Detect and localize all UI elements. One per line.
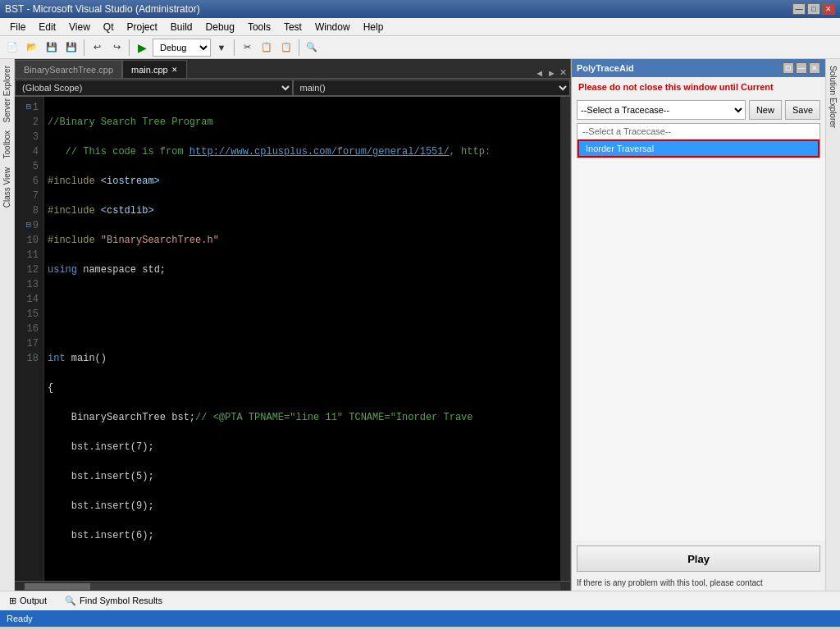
code-content[interactable]: //Binary Search Tree Program // This cod… — [44, 97, 560, 581]
bottom-area: ⊞ Output 🔍 Find Symbol Results — [0, 591, 840, 610]
poly-status: If there is any problem with this tool, … — [572, 577, 825, 591]
toolbar-undo-btn[interactable]: ↩ — [88, 39, 106, 57]
sidebar-solution-explorer[interactable]: Solution Explorer — [827, 62, 839, 131]
editor-area: BinarySearchTree.cpp main.cpp ✕ ◄ ► ✕ (G… — [15, 59, 571, 591]
toolbar-find-btn[interactable]: 🔍 — [303, 39, 321, 57]
output-label: Output — [20, 596, 47, 605]
minimize-button[interactable]: — — [792, 3, 806, 15]
toolbar-open-btn[interactable]: 📂 — [23, 39, 41, 57]
toolbar-sep3 — [234, 39, 235, 56]
sidebar-server-explorer[interactable]: Server Explorer — [1, 62, 13, 126]
status-bar: Ready — [0, 610, 840, 627]
tab-controls: ◄ ► ✕ — [535, 67, 570, 78]
tab-scroll-left[interactable]: ◄ — [535, 68, 544, 78]
tab-main-label: main.cpp — [131, 65, 168, 75]
poly-panel-header: PolyTraceAid ⊡ — ✕ — [572, 59, 825, 77]
close-button[interactable]: ✕ — [822, 3, 835, 15]
scope-bar: (Global Scope) main() — [15, 79, 570, 97]
output-icon: ⊞ — [9, 596, 16, 606]
h-scroll-thumb[interactable] — [25, 583, 90, 590]
menu-tools[interactable]: Tools — [241, 20, 277, 34]
toolbar-run-btn[interactable]: ▶ — [133, 39, 151, 57]
h-scroll-track — [25, 583, 560, 590]
toolbar-dropdown-btn[interactable]: ▼ — [212, 39, 231, 57]
maximize-button[interactable]: □ — [807, 3, 820, 15]
status-text: Ready — [7, 614, 33, 623]
tab-main-close[interactable]: ✕ — [171, 66, 178, 74]
tab-main-cpp[interactable]: main.cpp ✕ — [122, 60, 187, 78]
menu-file[interactable]: File — [3, 20, 32, 34]
menu-project[interactable]: Project — [121, 20, 164, 34]
toolbar-sep2 — [129, 39, 130, 56]
main-layout: Server Explorer Toolbox Class View Binar… — [0, 59, 840, 591]
toolbar-redo-btn[interactable]: ↪ — [107, 39, 126, 57]
poly-close-button[interactable]: ✕ — [809, 62, 820, 74]
toolbar-new-btn[interactable]: 📄 — [3, 39, 21, 57]
poly-content-area — [572, 158, 825, 541]
poly-notice: Please do not close this window until Cu… — [572, 77, 825, 97]
toolbar-cut-btn[interactable]: ✂ — [238, 39, 256, 57]
tab-scroll-right[interactable]: ► — [547, 68, 556, 78]
line-numbers: ⊟ 1 2 3 4 5 6 7 8 ⊟ 9 10 11 12 13 14 15 … — [15, 97, 44, 581]
find-symbol-label: Find Symbol Results — [80, 596, 162, 605]
dropdown-header: --Select a Tracecase-- — [578, 124, 819, 139]
new-tracecase-button[interactable]: New — [749, 100, 782, 120]
code-editor: ⊟ 1 2 3 4 5 6 7 8 ⊟ 9 10 11 12 13 14 15 … — [15, 97, 570, 581]
menu-view[interactable]: View — [62, 20, 97, 34]
find-symbol-tab[interactable]: 🔍 Find Symbol Results — [56, 591, 171, 609]
menu-test[interactable]: Test — [277, 20, 308, 34]
toolbar-save-btn[interactable]: 💾 — [43, 39, 61, 57]
poly-panel: PolyTraceAid ⊡ — ✕ Please do not close t… — [571, 59, 825, 591]
horizontal-scrollbar[interactable] — [15, 581, 570, 591]
debug-config-select[interactable]: Debug Release — [153, 39, 211, 57]
find-symbol-icon: 🔍 — [65, 596, 76, 606]
tracecase-dropdown: --Select a Tracecase-- Inorder Traversal — [577, 123, 820, 158]
title-bar-text: BST - Microsoft Visual Studio (Administr… — [5, 3, 200, 15]
tab-bar: BinarySearchTree.cpp main.cpp ✕ ◄ ► ✕ — [15, 59, 570, 79]
play-button[interactable]: Play — [577, 546, 820, 572]
toolbar-save-all-btn[interactable]: 💾 — [62, 39, 80, 57]
poly-controls: --Select a Tracecase-- Inorder Traversal… — [572, 97, 825, 123]
menu-window[interactable]: Window — [308, 20, 357, 34]
dropdown-item-inorder[interactable]: Inorder Traversal — [578, 139, 819, 158]
menu-edit[interactable]: Edit — [32, 20, 62, 34]
toolbar-sep4 — [299, 39, 299, 56]
right-sidebar: Solution Explorer — [825, 59, 840, 591]
tab-close-all[interactable]: ✕ — [559, 67, 567, 78]
toolbar-sep1 — [84, 39, 84, 56]
output-tab[interactable]: ⊞ Output — [0, 591, 56, 609]
menu-debug[interactable]: Debug — [199, 20, 241, 34]
title-bar-controls: — □ ✕ — [792, 3, 835, 15]
bottom-tabs: ⊞ Output 🔍 Find Symbol Results — [0, 591, 171, 610]
vertical-scrollbar[interactable] — [560, 97, 570, 581]
poly-pin-button[interactable]: ⊡ — [783, 62, 794, 74]
sidebar-toolbox[interactable]: Toolbox — [1, 127, 13, 162]
save-tracecase-button[interactable]: Save — [785, 100, 820, 120]
menu-help[interactable]: Help — [357, 20, 390, 34]
poly-panel-controls: ⊡ — ✕ — [783, 62, 820, 74]
title-bar: BST - Microsoft Visual Studio (Administr… — [0, 0, 840, 18]
poly-minimize-button[interactable]: — — [796, 62, 807, 74]
tracecase-select[interactable]: --Select a Tracecase-- Inorder Traversal — [577, 100, 746, 120]
scope-left-select[interactable]: (Global Scope) — [15, 80, 293, 96]
scope-right-select[interactable]: main() — [293, 80, 571, 96]
poly-panel-title: PolyTraceAid — [577, 63, 634, 73]
menu-build[interactable]: Build — [164, 20, 199, 34]
left-sidebar: Server Explorer Toolbox Class View — [0, 59, 15, 591]
toolbar: 📄 📂 💾 💾 ↩ ↪ ▶ Debug Release ▼ ✂ 📋 📋 🔍 — [0, 36, 840, 59]
poly-footer: Play — [572, 541, 825, 577]
menu-qt[interactable]: Qt — [97, 20, 121, 34]
menu-bar: File Edit View Qt Project Build Debug To… — [0, 18, 840, 36]
toolbar-copy-btn[interactable]: 📋 — [258, 39, 276, 57]
tab-bst-label: BinarySearchTree.cpp — [24, 65, 113, 75]
toolbar-paste-btn[interactable]: 📋 — [277, 39, 295, 57]
tab-bst-cpp[interactable]: BinarySearchTree.cpp — [15, 60, 122, 78]
sidebar-class-view[interactable]: Class View — [1, 164, 13, 211]
